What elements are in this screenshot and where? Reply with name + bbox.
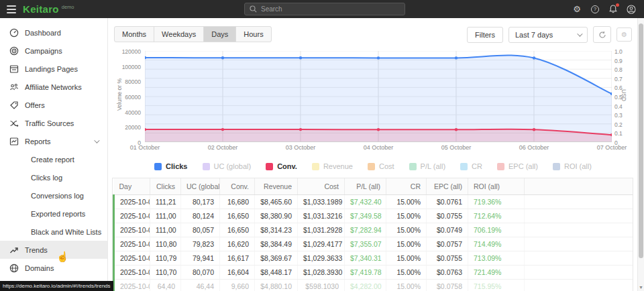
scrollbar-down-arrow[interactable]: ▼	[639, 285, 643, 290]
table-cell: 15.00%	[386, 251, 427, 266]
tab-weekdays[interactable]: Weekdays	[154, 27, 204, 42]
table-cell: 721.49%	[468, 266, 525, 280]
sidebar-item-create-report[interactable]: Create report	[0, 150, 107, 168]
legend-item-epc-all-[interactable]: EPC (all)	[497, 162, 538, 170]
legend-item-roi-all-[interactable]: ROI (all)	[553, 162, 592, 170]
table-cell: 2025-10-04	[114, 237, 150, 251]
column-header[interactable]: EPC (all)	[427, 178, 468, 195]
table-cell-filler	[525, 280, 633, 291]
legend-item-revenue[interactable]: Revenue	[312, 162, 353, 170]
table-cell: $8,369.67	[255, 251, 298, 266]
table-cell: $4,282.00	[345, 280, 386, 291]
legend-item-cost[interactable]: Cost	[368, 162, 394, 170]
column-header[interactable]: Day	[114, 178, 150, 195]
legend-swatch	[203, 163, 210, 170]
column-header[interactable]: CR	[386, 178, 427, 195]
dashboard-icon	[9, 27, 19, 38]
table-cell: $7,419.78	[345, 266, 386, 280]
filters-button[interactable]: Filters	[467, 27, 503, 43]
sidebar-item-campaigns[interactable]: Campaigns	[0, 42, 107, 60]
column-header[interactable]: Revenue	[255, 178, 298, 195]
sidebar-item-affiliate-networks[interactable]: Affiliate Networks	[0, 78, 107, 96]
y-tick-right: 0.2	[614, 121, 623, 128]
legend-swatch	[497, 163, 504, 170]
legend-item-cr[interactable]: CR	[460, 162, 482, 170]
table-cell: 80,070	[181, 266, 220, 280]
legend-swatch	[409, 163, 417, 170]
settings-gear-icon[interactable]: ⚙	[572, 5, 582, 14]
sidebar-item-traffic-sources[interactable]: Traffic Sources	[0, 114, 107, 132]
help-icon[interactable]: ?	[590, 5, 600, 14]
vertical-scrollbar[interactable]: ▼	[637, 18, 644, 291]
chart-plot[interactable]	[145, 51, 612, 142]
column-header[interactable]: Cost	[298, 178, 345, 195]
table-cell: 715.95%	[468, 280, 525, 291]
legend-item-p-l-all-[interactable]: P/L (all)	[409, 162, 446, 170]
table-row[interactable]: 2025-10-05110,7979,94116,617$8,369.67$1,…	[114, 251, 633, 266]
sidebar-item-clicks-log[interactable]: Clicks log	[0, 168, 107, 186]
scrollbar-thumb[interactable]	[639, 23, 643, 258]
legend-item-uc-global-[interactable]: UC (global)	[203, 162, 252, 170]
column-header[interactable]: Conv.	[220, 178, 255, 195]
gear-icon: ⚙	[621, 31, 627, 38]
sidebar-item-label: Trends	[25, 246, 48, 254]
sidebar-item-label: Traffic Sources	[25, 119, 74, 127]
offers-tag-icon	[9, 100, 19, 110]
refresh-button[interactable]	[593, 26, 611, 43]
sidebar-item-landings-pages[interactable]: Landings Pages	[0, 60, 107, 78]
sidebar-item-black-and-white-lists[interactable]: Black and White Lists	[0, 223, 107, 241]
chart-settings-button[interactable]: ⚙	[616, 27, 632, 42]
search-box[interactable]	[244, 3, 405, 15]
column-header[interactable]: ROI (all)	[468, 178, 525, 195]
y-tick-left: 100000	[122, 64, 141, 70]
column-header[interactable]: UC (global)	[181, 178, 220, 195]
y-tick-right: 0.8	[614, 66, 623, 73]
table-row[interactable]: 2025-10-01111,2180,17316,680$8,465.60$1,…	[114, 195, 633, 209]
search-icon	[250, 5, 257, 13]
date-range-select[interactable]: Last 7 days	[508, 27, 588, 43]
sidebar-item-label: Dashboard	[25, 29, 61, 37]
legend-item-conv-[interactable]: Conv.	[266, 162, 297, 170]
x-tick-label: 05 October	[441, 144, 472, 151]
table-cell: $1,031.3216	[298, 209, 345, 223]
table-cell: 16,650	[220, 223, 255, 237]
sidebar-item-exported-reports[interactable]: Exported reports	[0, 205, 107, 223]
account-icon[interactable]	[627, 5, 636, 14]
sidebar-item-domains[interactable]: Domains	[0, 259, 107, 277]
trends-arrow-icon	[9, 245, 19, 255]
table-row[interactable]: 2025-10-04110,8079,82316,620$8,384.49$1,…	[114, 237, 633, 251]
table-cell: 16,680	[220, 195, 255, 209]
y-tick-right: 0.1	[614, 130, 623, 137]
sidebar-item-conversions-log[interactable]: Conversions log	[0, 186, 107, 205]
table-row[interactable]: 2025-10-0764,4046,449,660$4,880.10$598.1…	[114, 280, 633, 291]
sidebar-item-dashboard[interactable]: Dashboard	[0, 23, 107, 42]
campaigns-target-icon	[9, 46, 19, 56]
sidebar-item-label: Clicks log	[31, 174, 62, 182]
column-header[interactable]: P/L (all)	[345, 178, 386, 195]
search-input[interactable]	[261, 5, 400, 13]
tab-days[interactable]: Days	[204, 27, 236, 42]
sidebar-item-offers[interactable]: Offers	[0, 96, 107, 114]
table-cell: $1,033.1989	[298, 195, 345, 209]
sidebar-item-trends[interactable]: Trends	[0, 241, 107, 259]
y-tick-right: 0.9	[614, 58, 623, 64]
table-row[interactable]: 2025-10-06110,7080,07016,604$8,448.17$1,…	[114, 266, 633, 280]
legend-item-clicks[interactable]: Clicks	[154, 162, 187, 170]
y-tick-right: 0.6	[614, 84, 623, 91]
table-cell: 2025-10-07	[114, 280, 150, 291]
sidebar-item-reports[interactable]: Reports	[0, 132, 107, 150]
table-cell: 719.36%	[468, 195, 525, 209]
table-cell: 15.00%	[386, 209, 427, 223]
menu-icon[interactable]	[1, 0, 21, 18]
tab-hours[interactable]: Hours	[236, 27, 270, 42]
table-cell: 80,124	[181, 209, 220, 223]
notifications-bell-icon[interactable]	[608, 5, 618, 14]
legend-label: Clicks	[166, 162, 187, 170]
app-logo[interactable]: Keitaro	[23, 3, 59, 15]
tab-months[interactable]: Months	[115, 27, 154, 42]
table-cell: 15.00%	[386, 195, 427, 209]
table-row[interactable]: 2025-10-03111,0080,05716,650$8,314.23$1,…	[114, 223, 633, 237]
trends-table: DayClicksUC (global)Conv.RevenueCostP/L …	[112, 178, 633, 291]
column-header[interactable]: Clicks	[150, 178, 181, 195]
table-row[interactable]: 2025-10-02111,0080,12416,650$8,380.90$1,…	[114, 209, 633, 223]
